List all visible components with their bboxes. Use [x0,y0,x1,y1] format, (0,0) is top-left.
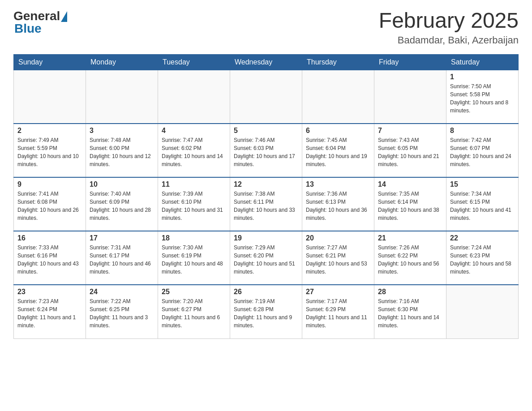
calendar-day-cell: 26Sunrise: 7:19 AM Sunset: 6:28 PM Dayli… [230,285,302,338]
day-number: 13 [306,180,370,188]
day-info: Sunrise: 7:22 AM Sunset: 6:25 PM Dayligh… [90,297,154,330]
day-number: 6 [306,127,370,135]
calendar-day-cell: 11Sunrise: 7:39 AM Sunset: 6:10 PM Dayli… [158,177,230,231]
calendar-day-cell [86,70,158,124]
day-number: 21 [378,234,442,242]
calendar-day-cell: 3Sunrise: 7:48 AM Sunset: 6:00 PM Daylig… [86,124,158,177]
calendar-day-cell: 18Sunrise: 7:30 AM Sunset: 6:19 PM Dayli… [158,231,230,285]
calendar-day-cell [230,70,302,124]
day-info: Sunrise: 7:17 AM Sunset: 6:29 PM Dayligh… [306,297,370,330]
calendar-day-cell [158,70,230,124]
location-subtitle: Badamdar, Baki, Azerbaijan [379,34,519,46]
calendar-day-cell: 27Sunrise: 7:17 AM Sunset: 6:29 PM Dayli… [302,285,374,338]
calendar-day-cell: 13Sunrise: 7:36 AM Sunset: 6:13 PM Dayli… [302,177,374,231]
day-info: Sunrise: 7:20 AM Sunset: 6:27 PM Dayligh… [162,297,226,330]
day-number: 22 [450,234,515,242]
day-info: Sunrise: 7:36 AM Sunset: 6:13 PM Dayligh… [306,190,370,222]
day-info: Sunrise: 7:50 AM Sunset: 5:58 PM Dayligh… [450,82,515,115]
day-number: 11 [162,180,226,188]
day-number: 28 [378,288,442,296]
calendar-day-cell: 16Sunrise: 7:33 AM Sunset: 6:16 PM Dayli… [14,231,86,285]
calendar-day-header: Thursday [302,54,374,70]
day-info: Sunrise: 7:26 AM Sunset: 6:22 PM Dayligh… [378,244,442,276]
calendar-day-header: Friday [374,54,446,70]
day-info: Sunrise: 7:30 AM Sunset: 6:19 PM Dayligh… [162,244,226,276]
calendar-day-cell: 24Sunrise: 7:22 AM Sunset: 6:25 PM Dayli… [86,285,158,338]
day-number: 10 [90,180,154,188]
logo-blue-text: Blue [14,21,42,36]
logo-triangle-icon [61,11,67,22]
day-number: 27 [306,288,370,296]
calendar-day-cell [14,70,86,124]
calendar-week-row: 9Sunrise: 7:41 AM Sunset: 6:08 PM Daylig… [14,177,519,231]
day-number: 2 [17,127,82,135]
month-title: February 2025 [379,9,519,33]
calendar-day-cell: 21Sunrise: 7:26 AM Sunset: 6:22 PM Dayli… [374,231,446,285]
calendar-day-cell: 8Sunrise: 7:42 AM Sunset: 6:07 PM Daylig… [446,124,519,177]
day-info: Sunrise: 7:46 AM Sunset: 6:03 PM Dayligh… [234,136,298,168]
calendar-day-cell: 15Sunrise: 7:34 AM Sunset: 6:15 PM Dayli… [446,177,519,231]
calendar-week-row: 16Sunrise: 7:33 AM Sunset: 6:16 PM Dayli… [14,231,519,285]
day-number: 7 [378,127,442,135]
calendar-header-row: SundayMondayTuesdayWednesdayThursdayFrid… [14,54,519,70]
day-info: Sunrise: 7:34 AM Sunset: 6:15 PM Dayligh… [450,190,515,222]
day-number: 20 [306,234,370,242]
calendar-day-header: Tuesday [158,54,230,70]
day-info: Sunrise: 7:24 AM Sunset: 6:23 PM Dayligh… [450,244,515,276]
calendar-day-header: Sunday [14,54,86,70]
day-number: 5 [234,127,298,135]
day-info: Sunrise: 7:47 AM Sunset: 6:02 PM Dayligh… [162,136,226,168]
calendar-day-cell [374,70,446,124]
day-info: Sunrise: 7:43 AM Sunset: 6:05 PM Dayligh… [378,136,442,168]
calendar-week-row: 1Sunrise: 7:50 AM Sunset: 5:58 PM Daylig… [14,70,519,124]
calendar-day-header: Wednesday [230,54,302,70]
logo: General Blue [13,9,67,36]
calendar-day-cell: 10Sunrise: 7:40 AM Sunset: 6:09 PM Dayli… [86,177,158,231]
calendar-day-cell: 28Sunrise: 7:16 AM Sunset: 6:30 PM Dayli… [374,285,446,338]
day-info: Sunrise: 7:31 AM Sunset: 6:17 PM Dayligh… [90,244,154,276]
day-info: Sunrise: 7:27 AM Sunset: 6:21 PM Dayligh… [306,244,370,276]
day-info: Sunrise: 7:23 AM Sunset: 6:24 PM Dayligh… [17,297,82,330]
day-number: 14 [378,180,442,188]
day-info: Sunrise: 7:39 AM Sunset: 6:10 PM Dayligh… [162,190,226,222]
title-section: February 2025 Badamdar, Baki, Azerbaijan [379,9,519,46]
calendar-day-cell: 22Sunrise: 7:24 AM Sunset: 6:23 PM Dayli… [446,231,519,285]
calendar-day-cell: 7Sunrise: 7:43 AM Sunset: 6:05 PM Daylig… [374,124,446,177]
calendar-day-cell: 5Sunrise: 7:46 AM Sunset: 6:03 PM Daylig… [230,124,302,177]
calendar-day-cell: 2Sunrise: 7:49 AM Sunset: 5:59 PM Daylig… [14,124,86,177]
day-number: 1 [450,73,515,81]
day-info: Sunrise: 7:38 AM Sunset: 6:11 PM Dayligh… [234,190,298,222]
calendar-day-cell: 14Sunrise: 7:35 AM Sunset: 6:14 PM Dayli… [374,177,446,231]
day-number: 24 [90,288,154,296]
day-number: 16 [17,234,82,242]
day-number: 25 [162,288,226,296]
page-header: General Blue February 2025 Badamdar, Bak… [13,9,519,46]
day-info: Sunrise: 7:49 AM Sunset: 5:59 PM Dayligh… [17,136,82,168]
calendar-week-row: 2Sunrise: 7:49 AM Sunset: 5:59 PM Daylig… [14,124,519,177]
calendar-day-cell: 4Sunrise: 7:47 AM Sunset: 6:02 PM Daylig… [158,124,230,177]
day-number: 4 [162,127,226,135]
day-number: 19 [234,234,298,242]
day-number: 9 [17,180,82,188]
day-number: 23 [17,288,82,296]
calendar-day-cell [446,285,519,338]
day-number: 12 [234,180,298,188]
day-info: Sunrise: 7:29 AM Sunset: 6:20 PM Dayligh… [234,244,298,276]
day-info: Sunrise: 7:33 AM Sunset: 6:16 PM Dayligh… [17,244,82,276]
calendar-day-cell: 9Sunrise: 7:41 AM Sunset: 6:08 PM Daylig… [14,177,86,231]
calendar-day-header: Monday [86,54,158,70]
day-number: 3 [90,127,154,135]
calendar-day-cell: 20Sunrise: 7:27 AM Sunset: 6:21 PM Dayli… [302,231,374,285]
day-info: Sunrise: 7:40 AM Sunset: 6:09 PM Dayligh… [90,190,154,222]
calendar-week-row: 23Sunrise: 7:23 AM Sunset: 6:24 PM Dayli… [14,285,519,338]
calendar-table: SundayMondayTuesdayWednesdayThursdayFrid… [13,54,519,339]
calendar-day-cell: 12Sunrise: 7:38 AM Sunset: 6:11 PM Dayli… [230,177,302,231]
calendar-day-cell [302,70,374,124]
day-number: 26 [234,288,298,296]
calendar-day-cell: 1Sunrise: 7:50 AM Sunset: 5:58 PM Daylig… [446,70,519,124]
calendar-day-header: Saturday [446,54,519,70]
calendar-day-cell: 19Sunrise: 7:29 AM Sunset: 6:20 PM Dayli… [230,231,302,285]
day-number: 15 [450,180,515,188]
day-info: Sunrise: 7:35 AM Sunset: 6:14 PM Dayligh… [378,190,442,222]
calendar-day-cell: 6Sunrise: 7:45 AM Sunset: 6:04 PM Daylig… [302,124,374,177]
